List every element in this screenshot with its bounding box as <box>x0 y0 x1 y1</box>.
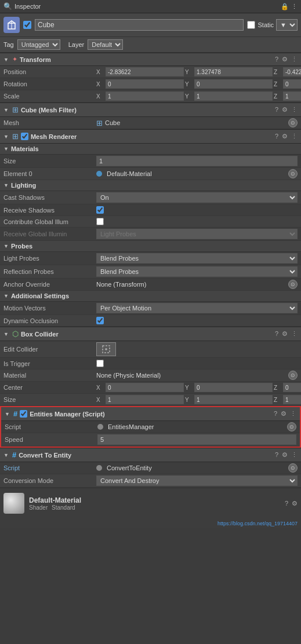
size-x-input[interactable] <box>106 395 184 404</box>
material-help-icon[interactable]: ? <box>285 500 288 507</box>
position-z-input[interactable] <box>283 67 301 76</box>
reflection-probes-label: Reflection Probes <box>3 268 96 275</box>
scale-row: Scale X Y Z <box>0 90 301 103</box>
box-collider-menu-icon[interactable]: ⋮ <box>291 330 298 338</box>
tag-label: Tag <box>3 41 14 48</box>
reflection-probes-select[interactable]: Blend Probes <box>96 266 298 277</box>
anchor-override-label: Anchor Override <box>3 281 96 288</box>
static-checkbox[interactable] <box>247 21 255 29</box>
anchor-override-row: Anchor Override None (Transform) ⊙ <box>0 279 301 291</box>
rotation-z-input[interactable] <box>283 79 301 89</box>
materials-size-input[interactable] <box>96 156 298 166</box>
entities-manager-enabled-checkbox[interactable] <box>20 410 27 418</box>
transform-help-icon[interactable]: ? <box>275 56 278 63</box>
static-dropdown[interactable]: ▼ <box>276 19 298 31</box>
rotation-x-input[interactable] <box>106 79 184 89</box>
entities-manager-settings-icon[interactable]: ⚙ <box>281 410 287 418</box>
entities-manager-icon: # <box>13 409 17 418</box>
collider-center-label: Center <box>3 384 96 391</box>
receive-gi-select[interactable]: Light Probes <box>96 229 298 239</box>
convert-to-entity-icon: # <box>12 451 16 459</box>
cast-shadows-row: Cast Shadows On <box>0 191 301 204</box>
lock-icon[interactable]: 🔒 <box>281 3 289 10</box>
entities-manager-menu-icon[interactable]: ⋮ <box>290 410 296 418</box>
entities-manager-help-icon[interactable]: ? <box>274 410 277 418</box>
layer-label: Layer <box>68 41 85 48</box>
box-collider-settings-icon[interactable]: ⚙ <box>282 330 288 338</box>
convert-help-icon[interactable]: ? <box>275 451 278 459</box>
box-collider-help-icon[interactable]: ? <box>275 330 278 338</box>
convert-script-label: Script <box>3 464 96 471</box>
mesh-cube-icon: ⊞ <box>96 119 103 127</box>
lighting-triangle: ▼ <box>3 182 9 188</box>
position-x-input[interactable] <box>106 67 184 76</box>
title-bar: 🔍 Inspector 🔒 ⋮ <box>0 0 301 13</box>
mesh-row: Mesh ⊞ Cube ⊙ <box>0 117 301 129</box>
receive-shadows-checkbox[interactable] <box>96 206 104 214</box>
cast-shadows-select[interactable]: On <box>96 192 298 203</box>
lighting-subsection: ▼ Lighting <box>0 180 301 191</box>
light-probes-label: Light Probes <box>3 255 96 262</box>
entities-manager-section-header[interactable]: ▼ # Entities Manager (Script) ? ⚙ ⋮ <box>1 407 300 421</box>
center-z-input[interactable] <box>283 383 301 392</box>
scale-z-input[interactable] <box>283 92 301 101</box>
probes-triangle: ▼ <box>3 243 9 249</box>
object-header: Static ▼ <box>0 13 301 37</box>
convert-settings-icon[interactable]: ⚙ <box>282 451 288 459</box>
center-y-input[interactable] <box>194 383 273 392</box>
mesh-renderer-enabled-checkbox[interactable] <box>21 133 28 140</box>
conversion-mode-select[interactable]: Convert And Destroy <box>96 475 298 486</box>
menu-icon[interactable]: ⋮ <box>291 3 298 10</box>
position-y-input[interactable] <box>194 67 273 76</box>
mesh-filter-help-icon[interactable]: ? <box>275 106 278 114</box>
mesh-renderer-section-header[interactable]: ▼ ⊞ Mesh Renderer ? ⚙ ⋮ <box>0 129 301 144</box>
size-y-input[interactable] <box>194 395 273 404</box>
convert-to-entity-section-header[interactable]: ▼ # Convert To Entity ? ⚙ ⋮ <box>0 448 301 462</box>
size-z-input[interactable] <box>283 395 301 404</box>
transform-section-header[interactable]: ▼ ✦ Transform ? ⚙ ⋮ <box>0 53 301 66</box>
dynamic-occlusion-checkbox[interactable] <box>96 317 104 324</box>
element0-value: Default-Material <box>107 170 152 177</box>
element0-select-btn[interactable]: ⊙ <box>288 169 298 178</box>
entities-manager-actions: ? ⚙ ⋮ <box>274 410 296 418</box>
is-trigger-checkbox[interactable] <box>96 360 104 367</box>
mesh-filter-section-header[interactable]: ▼ ⊞ Cube (Mesh Filter) ? ⚙ ⋮ <box>0 103 301 117</box>
entities-speed-input[interactable] <box>97 434 296 445</box>
mesh-select-btn[interactable]: ⊙ <box>288 118 298 127</box>
conversion-mode-label: Conversion Mode <box>3 477 96 484</box>
scale-y-input[interactable] <box>194 92 273 101</box>
rotation-y-label: Y <box>185 81 192 87</box>
object-name-input[interactable] <box>35 19 244 31</box>
box-collider-section-header[interactable]: ▼ ⬡ Box Collider ? ⚙ ⋮ <box>0 327 301 341</box>
convert-menu-icon[interactable]: ⋮ <box>291 451 298 459</box>
light-probes-select[interactable]: Blend Probes <box>96 253 298 264</box>
mesh-renderer-help-icon[interactable]: ? <box>275 133 278 140</box>
transform-menu-icon[interactable]: ⋮ <box>291 56 298 63</box>
mesh-renderer-settings-icon[interactable]: ⚙ <box>282 133 288 140</box>
mesh-label: Mesh <box>3 119 96 126</box>
rotation-y-input[interactable] <box>194 79 273 89</box>
object-enabled-checkbox[interactable] <box>23 21 31 29</box>
additional-settings-subsection: ▼ Additional Settings <box>0 291 301 302</box>
tag-select[interactable]: Untagged <box>17 39 60 50</box>
mesh-value: Cube <box>105 119 120 126</box>
edit-collider-button[interactable] <box>96 342 116 356</box>
material-settings-icon[interactable]: ⚙ <box>292 500 298 507</box>
convert-script-select-btn[interactable]: ⊙ <box>288 463 298 473</box>
anchor-override-select-btn[interactable]: ⊙ <box>288 280 298 289</box>
scale-x-input[interactable] <box>106 92 184 101</box>
entities-script-select-btn[interactable]: ⊙ <box>287 422 296 431</box>
center-x-input[interactable] <box>106 383 184 392</box>
center-x-label: X <box>96 385 103 391</box>
motion-vectors-select[interactable]: Per Object Motion <box>96 303 298 313</box>
collider-material-ref: None (Physic Material) ⊙ <box>96 371 298 380</box>
mesh-renderer-menu-icon[interactable]: ⋮ <box>291 133 298 140</box>
material-shader: Shader Standard <box>29 504 285 511</box>
mesh-filter-settings-icon[interactable]: ⚙ <box>282 106 288 114</box>
transform-settings-icon[interactable]: ⚙ <box>282 56 288 63</box>
entities-speed-row: Speed <box>1 433 300 447</box>
mesh-filter-menu-icon[interactable]: ⋮ <box>291 106 298 114</box>
collider-material-select-btn[interactable]: ⊙ <box>288 371 298 380</box>
layer-select[interactable]: Default <box>88 39 123 50</box>
contribute-gi-checkbox[interactable] <box>96 218 104 225</box>
